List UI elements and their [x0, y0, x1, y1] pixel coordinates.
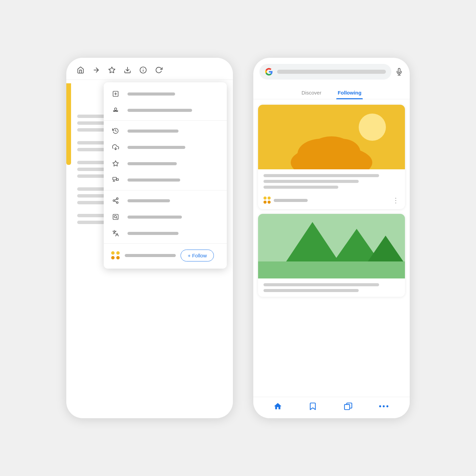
svg-line-23: [115, 199, 117, 200]
nav-home-icon[interactable]: [273, 402, 282, 411]
refresh-icon[interactable]: [154, 65, 164, 75]
menu-label: [128, 130, 178, 133]
card-landscape: [258, 214, 405, 297]
search-bar-row: [253, 58, 410, 83]
sdot: [268, 197, 271, 200]
sdot: [264, 201, 267, 204]
follow-button[interactable]: + Follow: [181, 250, 214, 261]
tab-indicator: [66, 83, 71, 165]
menu-item-find[interactable]: [104, 209, 227, 225]
menu-item-follow[interactable]: + Follow: [104, 246, 227, 265]
nav-more-icon[interactable]: •••: [379, 402, 390, 411]
downloads-icon: [111, 143, 120, 152]
svg-rect-33: [344, 405, 350, 410]
svg-point-12: [117, 111, 118, 112]
nav-tabs-icon[interactable]: [344, 402, 353, 411]
svg-marker-14: [113, 161, 119, 166]
card-text-line: [264, 186, 338, 189]
nav-bookmarks-icon[interactable]: [308, 402, 317, 411]
menu-item-incognito[interactable]: [104, 102, 227, 118]
mountain: [285, 222, 340, 263]
mountain: [367, 236, 404, 263]
menu-label: [128, 146, 185, 149]
translate-icon: [111, 229, 120, 238]
more-options-icon[interactable]: ⋮: [392, 196, 400, 204]
find-icon: [111, 213, 120, 221]
menu-label: [128, 178, 180, 182]
tabs-row: Discover Following: [253, 83, 410, 99]
browser-toolbar: [66, 58, 233, 80]
menu-item-history[interactable]: [104, 123, 227, 139]
dot: [111, 251, 115, 255]
card-body: [258, 169, 405, 193]
card-footer: ⋮: [258, 193, 405, 209]
menu-item-downloads[interactable]: [104, 139, 227, 155]
menu-item-devices[interactable]: [104, 172, 227, 188]
bottom-nav: •••: [253, 397, 410, 418]
card-text-line: [264, 289, 359, 292]
menu-divider: [104, 190, 227, 190]
ground: [258, 261, 405, 278]
card-text-line: [264, 180, 359, 183]
landscape-image: [258, 214, 405, 278]
dot: [116, 251, 120, 255]
devices-icon: [111, 175, 120, 184]
menu-item-share[interactable]: [104, 192, 227, 209]
card-body: [258, 278, 405, 297]
sdot: [268, 201, 271, 204]
card-source: [264, 197, 308, 204]
download-icon[interactable]: [123, 65, 132, 75]
search-bar[interactable]: [259, 64, 391, 80]
menu-label: [125, 254, 176, 257]
incognito-icon: [111, 106, 120, 115]
svg-point-32: [309, 136, 354, 165]
svg-marker-1: [109, 67, 115, 73]
menu-label: [128, 199, 170, 202]
tab-following[interactable]: Following: [336, 86, 363, 99]
menu-item-translate[interactable]: [104, 225, 227, 241]
menu-label: [128, 232, 178, 235]
menu-label: [128, 92, 175, 96]
svg-line-26: [116, 218, 117, 219]
history-icon: [111, 126, 120, 135]
dot: [111, 256, 115, 259]
card-weather: ⋮: [258, 105, 405, 209]
menu-divider: [104, 120, 227, 121]
menu-label: [128, 109, 192, 112]
star-icon[interactable]: [107, 65, 117, 75]
google-logo: [265, 68, 273, 76]
cloud-icon: [287, 125, 376, 169]
bookmarks-icon: [111, 159, 120, 168]
menu-label: [128, 162, 177, 165]
tab-discover[interactable]: Discover: [300, 86, 323, 99]
home-icon[interactable]: [76, 65, 85, 75]
svg-point-9: [115, 108, 117, 110]
follow-dots-icon: [111, 251, 120, 260]
svg-rect-24: [113, 215, 118, 220]
menu-item-bookmarks[interactable]: [104, 155, 227, 172]
left-phone: + Follow: [66, 58, 233, 418]
menu-item-new-tab[interactable]: [104, 86, 227, 102]
menu-label: [128, 216, 182, 219]
source-logo: [264, 197, 271, 204]
sdot: [264, 197, 267, 200]
forward-icon[interactable]: [91, 65, 101, 75]
weather-image: [258, 105, 405, 169]
context-menu: + Follow: [104, 82, 227, 269]
card-text-line: [264, 283, 379, 286]
mic-icon[interactable]: [395, 67, 404, 76]
search-input-placeholder: [277, 70, 386, 74]
info-icon[interactable]: [138, 65, 148, 75]
new-tab-icon: [111, 89, 120, 98]
feed: ⋮: [253, 99, 410, 397]
phone-left-body: + Follow: [66, 80, 233, 418]
card-text-line: [264, 174, 379, 177]
svg-point-11: [114, 111, 115, 112]
source-name: [274, 199, 308, 202]
dot: [116, 256, 120, 259]
right-phone: Discover Following: [253, 58, 410, 418]
share-icon: [111, 196, 120, 205]
menu-divider: [104, 243, 227, 244]
svg-line-22: [115, 201, 117, 202]
